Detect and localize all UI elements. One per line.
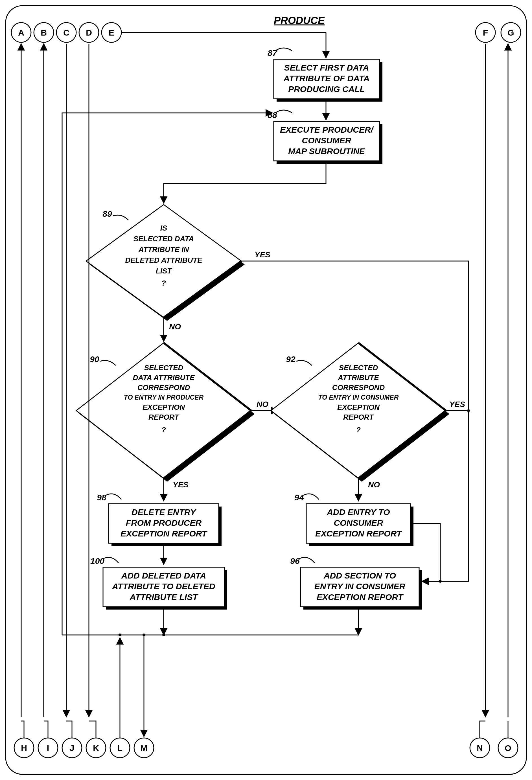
- svg-text:EXCEPTION: EXCEPTION: [337, 403, 380, 411]
- label-89-no: NO: [169, 322, 181, 331]
- svg-text:DELETED ATTRIBUTE: DELETED ATTRIBUTE: [125, 256, 203, 264]
- svg-text:REPORT: REPORT: [148, 413, 180, 421]
- title-produce: PRODUCE: [274, 15, 325, 26]
- svg-text:DELETE ENTRY: DELETE ENTRY: [132, 507, 197, 517]
- ref-90: 90: [90, 354, 99, 364]
- decision-89: IS SELECTED DATA ATTRIBUTE IN DELETED AT…: [86, 205, 245, 321]
- svg-text:ENTRY IN CONSUMER: ENTRY IN CONSUMER: [315, 582, 405, 591]
- svg-text:DATA ATTRIBUTE: DATA ATTRIBUTE: [133, 373, 195, 382]
- connector-N: N: [477, 743, 483, 752]
- svg-text:?: ?: [161, 279, 166, 287]
- bottom-left-connectors: H I J K L M: [14, 738, 154, 758]
- box-88: EXECUTE PRODUCER/ CONSUMER MAP SUBROUTIN…: [274, 121, 382, 164]
- svg-point-65: [162, 634, 165, 636]
- connector-K: K: [93, 743, 99, 752]
- connector-J: J: [70, 743, 75, 752]
- svg-text:SELECTED: SELECTED: [144, 363, 184, 372]
- svg-text:FROM PRODUCER: FROM PRODUCER: [126, 518, 202, 527]
- svg-text:ADD SECTION TO: ADD SECTION TO: [324, 571, 396, 580]
- svg-text:LIST: LIST: [156, 267, 172, 275]
- svg-point-68: [467, 409, 470, 412]
- label-92-yes: YES: [449, 400, 465, 408]
- ref-96: 96: [290, 556, 300, 566]
- svg-text:MAP SUBROUTINE: MAP SUBROUTINE: [288, 146, 365, 156]
- decision-92: SELECTED ATTRIBUTE CORRESPOND TO ENTRY I…: [271, 343, 449, 482]
- label-90-yes: YES: [173, 480, 189, 489]
- box-98: DELETE ENTRY FROM PRODUCER EXCEPTION REP…: [109, 504, 222, 546]
- svg-text:EXCEPTION REPORT: EXCEPTION REPORT: [315, 529, 402, 538]
- svg-text:ADD DELETED DATA: ADD DELETED DATA: [121, 571, 206, 580]
- svg-text:EXCEPTION: EXCEPTION: [143, 403, 185, 411]
- box-94: ADD ENTRY TO CONSUMER EXCEPTION REPORT: [306, 504, 414, 546]
- ref-89: 89: [102, 209, 112, 218]
- svg-text:EXCEPTION REPORT: EXCEPTION REPORT: [317, 592, 404, 602]
- svg-text:CORRESPOND: CORRESPOND: [332, 383, 385, 392]
- connector-G: G: [507, 28, 514, 37]
- connector-F: F: [483, 28, 488, 37]
- svg-point-67: [143, 634, 145, 636]
- ref-100: 100: [90, 556, 104, 566]
- box-100: ADD DELETED DATA ATTRIBUTE TO DELETED AT…: [103, 567, 227, 610]
- label-89-yes: YES: [254, 250, 271, 259]
- ref-92: 92: [286, 354, 295, 364]
- svg-text:ATTRIBUTE OF DATA: ATTRIBUTE OF DATA: [283, 74, 370, 83]
- connector-L: L: [117, 743, 123, 752]
- svg-text:ADD ENTRY TO: ADD ENTRY TO: [327, 507, 390, 517]
- svg-text:ATTRIBUTE TO DELETED: ATTRIBUTE TO DELETED: [112, 582, 215, 591]
- svg-text:?: ?: [161, 426, 166, 434]
- label-90-no: NO: [256, 400, 269, 408]
- connector-M: M: [141, 743, 148, 752]
- ref-98: 98: [97, 493, 106, 502]
- svg-text:IS: IS: [160, 224, 167, 232]
- svg-text:CONSUMER: CONSUMER: [302, 136, 351, 145]
- decision-90: SELECTED DATA ATTRIBUTE CORRESPOND TO EN…: [76, 343, 254, 482]
- svg-text:CORRESPOND: CORRESPOND: [137, 383, 190, 392]
- connector-E: E: [109, 28, 114, 37]
- svg-text:REPORT: REPORT: [343, 413, 374, 421]
- svg-text:ATTRIBUTE IN: ATTRIBUTE IN: [138, 245, 189, 254]
- svg-text:EXCEPTION REPORT: EXCEPTION REPORT: [120, 529, 208, 538]
- svg-text:SELECTED: SELECTED: [339, 363, 378, 372]
- bottom-right-connectors: N O: [470, 738, 518, 758]
- frame: [6, 6, 526, 774]
- svg-text:?: ?: [356, 426, 361, 434]
- svg-text:SELECT FIRST DATA: SELECT FIRST DATA: [284, 63, 369, 72]
- connector-C: C: [63, 28, 69, 37]
- svg-text:ATTRIBUTE: ATTRIBUTE: [338, 373, 379, 382]
- box-96: ADD SECTION TO ENTRY IN CONSUMER EXCEPTI…: [301, 567, 422, 610]
- box-87: SELECT FIRST DATA ATTRIBUTE OF DATA PROD…: [274, 59, 382, 102]
- svg-text:CONSUMER: CONSUMER: [334, 518, 383, 527]
- svg-text:TO ENTRY IN PRODUCER: TO ENTRY IN PRODUCER: [124, 394, 204, 401]
- svg-text:ATTRIBUTE LIST: ATTRIBUTE LIST: [129, 592, 198, 602]
- svg-point-66: [118, 634, 122, 636]
- svg-text:SELECTED DATA: SELECTED DATA: [134, 235, 194, 243]
- svg-point-69: [439, 580, 442, 583]
- svg-text:TO ENTRY IN CONSUMER: TO ENTRY IN CONSUMER: [318, 394, 399, 401]
- label-92-no: NO: [368, 480, 380, 489]
- connector-H: H: [21, 743, 27, 752]
- top-left-connectors: A B C D E: [11, 22, 122, 42]
- ref-88: 88: [268, 110, 277, 120]
- flowchart-canvas: A B C D E F G H I J K L M N O PRODUCE SE…: [0, 0, 532, 780]
- ref-94: 94: [294, 493, 304, 502]
- connector-I: I: [47, 743, 49, 752]
- top-right-connectors: F G: [476, 22, 521, 42]
- connector-O: O: [504, 743, 511, 752]
- ref-87: 87: [268, 48, 278, 58]
- connector-D: D: [86, 28, 92, 37]
- connector-B: B: [41, 28, 47, 37]
- svg-text:EXECUTE PRODUCER/: EXECUTE PRODUCER/: [280, 125, 374, 134]
- connector-A: A: [18, 28, 24, 37]
- svg-text:PRODUCING CALL: PRODUCING CALL: [288, 84, 365, 94]
